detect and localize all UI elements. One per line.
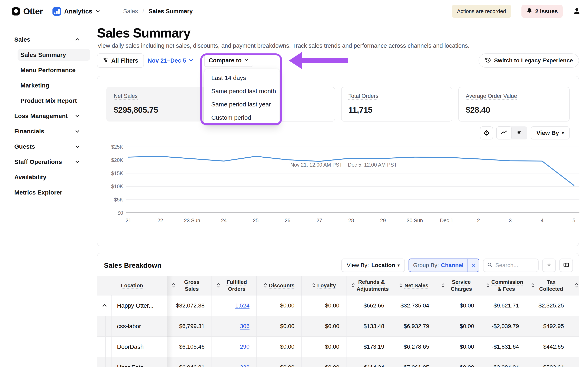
- column-header-label: Net Sales: [405, 282, 428, 289]
- column-header-refunds-adjustments[interactable]: Refunds & Adjustments: [346, 276, 391, 295]
- sidebar-item-label: Product Mix Report: [17, 95, 80, 107]
- otter-logo-icon: [12, 7, 20, 16]
- svg-text:27: 27: [316, 217, 322, 223]
- breadcrumb-sales[interactable]: Sales: [123, 8, 138, 15]
- sidebar-item-guests[interactable]: Guests: [0, 139, 97, 154]
- sidebar-item-product-mix-report[interactable]: Product Mix Report: [0, 93, 97, 108]
- sidebar-item-marketing[interactable]: Marketing: [0, 78, 97, 93]
- line-chart-toggle[interactable]: [496, 126, 512, 140]
- menu-item-last-14-days[interactable]: Last 14 days: [204, 71, 279, 84]
- table-row-css-labor[interactable]: css-labor$6,799.31306$0.00$0.00$133.48$6…: [97, 316, 579, 337]
- chevron-down-icon: [75, 144, 80, 149]
- column-header-loyalty[interactable]: Loyalty: [302, 276, 346, 295]
- sidebar-item-loss-management[interactable]: Loss Management: [0, 108, 97, 124]
- filter-row: All Filters Nov 21–Dec 5 Compare to Swit…: [97, 53, 579, 68]
- value-cell: -$1,831.64: [481, 337, 526, 357]
- orders-link-cell[interactable]: 1,524: [212, 295, 257, 316]
- sidebar-item-label: Guests: [14, 143, 35, 150]
- collapse-caret-icon[interactable]: [97, 295, 112, 316]
- edit-columns-button[interactable]: [559, 259, 573, 272]
- column-header-tax-collected[interactable]: Tax Collected: [526, 276, 571, 295]
- table-row-happy-otter[interactable]: Happy Otter...$32,072.381,524$0.00$0.00$…: [97, 295, 579, 316]
- value-cell: $0.00: [257, 357, 302, 367]
- svg-text:28: 28: [348, 217, 354, 223]
- sort-icon: [531, 282, 535, 289]
- value-cell: $173.19: [346, 337, 391, 357]
- bar-chart-toggle[interactable]: [512, 126, 527, 140]
- download-button[interactable]: [542, 259, 556, 272]
- kpi-card-net-sales[interactable]: Net Sales$295,805.75: [106, 87, 218, 122]
- column-header-label: Refunds & Adjustments: [357, 279, 387, 292]
- chevron-down-icon: [189, 57, 194, 64]
- svg-text:25: 25: [253, 217, 259, 223]
- svg-text:22: 22: [157, 217, 163, 223]
- sidebar-item-metrics-explorer[interactable]: Metrics Explorer: [0, 185, 97, 200]
- column-header-net-sales[interactable]: Net Sales: [391, 276, 436, 295]
- value-cell: $114.24: [346, 357, 391, 367]
- sidebar-item-financials[interactable]: Financials: [0, 124, 97, 139]
- sidebar-item-sales[interactable]: Sales: [0, 32, 97, 47]
- table-row-uber-eats[interactable]: Uber Eats$6,946.81338$0.00$0.00$114.24$7…: [97, 357, 579, 367]
- orders-link-cell[interactable]: 306: [212, 316, 257, 336]
- sidebar-item-menu-performance[interactable]: Menu Performance: [0, 62, 97, 78]
- sidebar-item-label: Menu Performance: [17, 64, 79, 76]
- sort-icon: [351, 282, 355, 289]
- svg-text:4: 4: [541, 217, 544, 223]
- sort-icon: [217, 282, 220, 289]
- menu-item-custom-period[interactable]: Custom period: [204, 111, 279, 124]
- kpi-value: 11,715: [348, 105, 445, 115]
- all-filters-button[interactable]: All Filters: [97, 53, 144, 68]
- value-cell: $662.66: [346, 295, 391, 316]
- chart-settings-button[interactable]: ⚙: [480, 126, 493, 140]
- menu-item-same-period-last-month[interactable]: Same period last month: [204, 84, 279, 98]
- product-switcher[interactable]: Analytics: [52, 7, 100, 16]
- menu-item-same-period-last-year[interactable]: Same period last year: [204, 98, 279, 111]
- column-header-commission-fees[interactable]: Commission & Fees: [481, 276, 526, 295]
- sidebar-item-sales-summary[interactable]: Sales Summary: [0, 47, 97, 62]
- view-by-button[interactable]: View By ▾: [531, 126, 570, 140]
- location-cell: Happy Otter...: [112, 295, 167, 316]
- search-input[interactable]: [495, 262, 530, 268]
- sidebar-item-label: Metrics Explorer: [14, 189, 62, 196]
- svg-text:Dec 1: Dec 1: [440, 217, 453, 223]
- column-header-fulfilled-orders[interactable]: Fulfilled Orders: [212, 276, 257, 295]
- main-content: Sales Summary View daily sales including…: [97, 23, 588, 367]
- issues-button[interactable]: 2 issues: [521, 5, 563, 18]
- sidebar-item-label: Financials: [14, 128, 44, 135]
- column-header-discounts[interactable]: Discounts: [257, 276, 302, 295]
- svg-text:2: 2: [477, 217, 480, 223]
- sales-trend-chart: $0$5K$10K$15K$20K$25K212223 Sun242526272…: [106, 143, 579, 242]
- sort-icon: [575, 282, 579, 289]
- sidebar-item-availability[interactable]: Availability: [0, 169, 97, 185]
- value-cell: $6,278.65: [391, 337, 436, 357]
- orders-link-cell[interactable]: 290: [212, 337, 257, 357]
- compare-to-button[interactable]: Compare to: [204, 54, 253, 67]
- orders-link-cell[interactable]: 338: [212, 357, 257, 367]
- switch-legacy-button[interactable]: Switch to Legacy Experience: [479, 53, 579, 68]
- group-by-chip[interactable]: Group By: Channel ✕: [408, 259, 479, 272]
- sidebar-item-label: Sales: [14, 36, 30, 43]
- column-header-location[interactable]: Location: [97, 276, 167, 295]
- sidebar-item-staff-operations[interactable]: Staff Operations: [0, 154, 97, 169]
- close-icon[interactable]: ✕: [468, 259, 479, 272]
- breakdown-view-by-button[interactable]: View By: Location ▾: [341, 259, 405, 272]
- column-header-extra[interactable]: [571, 276, 579, 295]
- chart-controls: ⚙ View By ▾: [480, 126, 570, 140]
- kpi-card-average-order-value[interactable]: Average Order Value$28.40: [458, 87, 570, 122]
- breakdown-controls: View By: Location ▾ Group By: Channel ✕: [341, 259, 573, 272]
- sidebar-item-label: Staff Operations: [14, 158, 62, 165]
- column-header-gross-sales[interactable]: Gross Sales: [167, 276, 212, 295]
- sort-icon: [399, 282, 403, 289]
- filter-icon: [103, 57, 108, 64]
- line-chart-icon: [501, 130, 507, 136]
- value-cell: $0.00: [436, 295, 481, 316]
- value-cell: $6,946.81: [167, 357, 212, 367]
- kpi-card-total-orders[interactable]: Total Orders11,715: [341, 87, 452, 122]
- column-header-service-charges[interactable]: Service Charges: [436, 276, 481, 295]
- value-cell: $133.48: [346, 316, 391, 336]
- table-row-doordash[interactable]: DoorDash$6,105.46290$0.00$0.00$173.19$6,…: [97, 337, 579, 357]
- user-menu[interactable]: [573, 7, 581, 16]
- date-range-picker[interactable]: Nov 21–Dec 5: [148, 53, 194, 68]
- chart-type-toggle: [496, 126, 527, 140]
- actions-recorded-badge: Actions are recorded: [452, 5, 511, 18]
